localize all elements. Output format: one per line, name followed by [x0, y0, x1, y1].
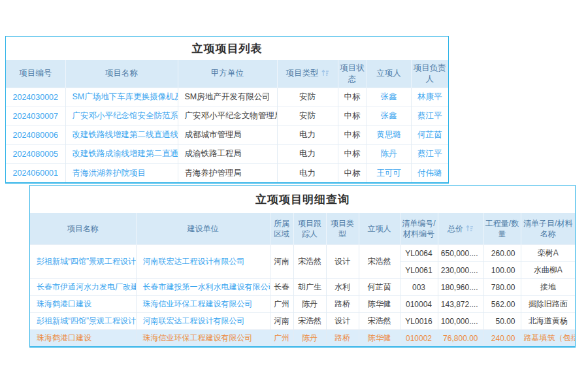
cell-project-type: 路桥: [326, 330, 359, 347]
cell-project-type: 电力: [277, 125, 338, 144]
col-header-list-code: 清单编号/材料编号: [400, 213, 438, 245]
cell-region: 河南: [270, 313, 293, 330]
cell-project-id[interactable]: 2024030007: [6, 106, 65, 125]
cell-item-name: 水曲柳A: [521, 262, 575, 279]
cell-creator: 陈华健: [359, 296, 400, 313]
cell-list-code: YL0061: [400, 262, 438, 279]
project-detail-title: 立项项目明细查询: [30, 186, 575, 213]
cell-list-code: YL0016: [400, 313, 438, 330]
cell-tracker: 陈丹: [293, 330, 326, 347]
cell-project-type: 路桥: [326, 296, 359, 313]
cell-tracker: 宋浩然: [293, 245, 326, 279]
col-header-total-price[interactable]: 总价: [438, 213, 483, 245]
cell-project-name[interactable]: 珠海鹤港口建设: [30, 296, 136, 313]
cell-creator[interactable]: 王可可: [367, 163, 411, 182]
table-row[interactable]: 彭祖新城“四馆”景观工程设计项目 河南联宏达工程设计有限公司 河南 宋浩然 设计…: [30, 245, 575, 262]
col-header-creator: 立项人: [359, 213, 400, 245]
col-header-project-type: 项目类型: [326, 213, 359, 245]
cell-project-name[interactable]: 彭祖新城“四馆”景观工程设计项目: [30, 313, 136, 330]
project-detail-panel: 立项项目明细查询 项目名称 建设单位 所属区域 项目跟踪人 项目类型 立项人 清…: [29, 185, 576, 348]
cell-list-code: 003: [400, 279, 438, 296]
cell-owner-unit: 青海养护管理局: [178, 163, 277, 182]
table-row[interactable]: 2024030002 SM广场地下车库更换摄像机及硬盘项目 SM房地产开发有限公…: [6, 88, 448, 106]
cell-construction-unit[interactable]: 珠海信业环保工程建设有限公司: [136, 296, 270, 313]
col-header-owner-unit: 甲方单位: [178, 60, 277, 88]
cell-project-name[interactable]: 广安邓小平纪念馆安全防范系统维护...: [65, 106, 178, 125]
cell-quantity: 562.00: [483, 296, 521, 313]
cell-project-id[interactable]: 2024060001: [6, 163, 65, 182]
cell-region: 河南: [270, 245, 293, 279]
cell-quantity: 780.00: [483, 279, 521, 296]
col-header-construction-unit: 建设单位: [136, 213, 270, 245]
cell-construction-unit[interactable]: 河南联宏达工程设计有限公司: [136, 245, 270, 279]
cell-construction-unit[interactable]: 河南联宏达工程设计有限公司: [136, 313, 270, 330]
cell-total-price: 100,000....: [438, 313, 483, 330]
cell-project-id[interactable]: 2024080005: [6, 144, 65, 163]
cell-manager[interactable]: 林康平: [411, 88, 448, 106]
project-detail-table: 项目名称 建设单位 所属区域 项目跟踪人 项目类型 立项人 清单编号/材料编号 …: [30, 213, 575, 346]
cell-list-code: YL0064: [400, 245, 438, 262]
cell-creator: 宋浩然: [359, 245, 400, 279]
cell-project-type: 设计: [326, 313, 359, 330]
project-list-panel: 立项项目列表 项目编号 项目名称 甲方单位 项目类型 项目状态 立项人 项目负责…: [5, 36, 449, 184]
cell-project-type: 设计: [326, 245, 359, 279]
cell-project-type: 电力: [277, 144, 338, 163]
cell-creator: 宋浩然: [359, 313, 400, 330]
cell-manager[interactable]: 何芷茵: [411, 125, 448, 144]
cell-tracker: 宋浩然: [293, 313, 326, 330]
cell-project-name[interactable]: 青海洪湖养护院项目: [65, 163, 178, 182]
cell-manager[interactable]: 蔡江平: [411, 144, 448, 163]
cell-tracker: 胡广生: [293, 279, 326, 296]
cell-project-type: 水利: [326, 279, 359, 296]
cell-manager[interactable]: 付伟璐: [411, 163, 448, 182]
col-header-project-type[interactable]: 项目类型: [277, 60, 338, 88]
cell-item-name: 掘除旧路面: [521, 296, 575, 313]
sort-icon[interactable]: [466, 225, 474, 232]
cell-project-name[interactable]: 彭祖新城“四馆”景观工程设计项目: [30, 245, 136, 279]
cell-tracker: 陈丹: [293, 296, 326, 313]
cell-region: 广州: [270, 330, 293, 347]
cell-project-type: 安防: [277, 88, 338, 106]
table-row[interactable]: 珠海鹤港口建设 珠海信业环保工程建设有限公司 广州 陈丹 路桥 陈华健 0100…: [30, 296, 575, 313]
cell-manager[interactable]: 蔡江平: [411, 106, 448, 125]
table-row-selected[interactable]: 珠海鹤港口建设 珠海信业环保工程建设有限公司 广州 陈丹 路桥 陈华健 0100…: [30, 330, 575, 347]
cell-owner-unit: 成都城市管理局: [178, 125, 277, 144]
cell-construction-unit[interactable]: 珠海信业环保工程建设有限公司: [136, 330, 270, 347]
cell-project-id[interactable]: 2024080006: [6, 125, 65, 144]
cell-item-name: 路基填筑（包括...: [521, 330, 575, 347]
cell-total-price: 143,872....: [438, 296, 483, 313]
table-row[interactable]: 长春市伊通河水力发电厂改建工程 长春市建投第一水利水电建设有限公司 长春 胡广生…: [30, 279, 575, 296]
cell-project-name[interactable]: 改建铁路成渝线增建第二直通线（成...: [65, 144, 178, 163]
cell-project-name[interactable]: 珠海鹤港口建设: [30, 330, 136, 347]
cell-total-price: 650,000....: [438, 245, 483, 262]
cell-creator[interactable]: 张鑫: [367, 88, 411, 106]
col-header-quantity: 工程量/数量: [483, 213, 521, 245]
cell-creator[interactable]: 陈丹: [367, 144, 411, 163]
sort-icon[interactable]: [321, 69, 329, 76]
cell-project-status: 中标: [338, 106, 367, 125]
cell-project-name[interactable]: SM广场地下车库更换摄像机及硬盘项目: [65, 88, 178, 106]
col-header-tracker: 项目跟踪人: [293, 213, 326, 245]
table-row[interactable]: 彭祖新城“四馆”景观工程设计项目 河南联宏达工程设计有限公司 河南 宋浩然 设计…: [30, 313, 575, 330]
col-header-item-name: 清单子目/材料名称: [521, 213, 575, 245]
cell-project-name[interactable]: 长春市伊通河水力发电厂改建工程: [30, 279, 136, 296]
cell-project-id[interactable]: 2024030002: [6, 88, 65, 106]
cell-creator[interactable]: 张鑫: [367, 106, 411, 125]
cell-construction-unit[interactable]: 长春市建投第一水利水电建设有限公司: [136, 279, 270, 296]
cell-project-type: 安防: [277, 106, 338, 125]
cell-item-name: 北海道黄杨: [521, 313, 575, 330]
project-detail-header-row: 项目名称 建设单位 所属区域 项目跟踪人 项目类型 立项人 清单编号/材料编号 …: [30, 213, 575, 245]
table-row[interactable]: 2024080005 改建铁路成渝线增建第二直通线（成... 成渝铁路工程局 电…: [6, 144, 448, 163]
project-list-table: 项目编号 项目名称 甲方单位 项目类型 项目状态 立项人 项目负责人 20240…: [6, 60, 448, 182]
cell-project-status: 中标: [338, 144, 367, 163]
cell-project-name[interactable]: 改建铁路线增建第二线直通线（成都-...: [65, 125, 178, 144]
table-row[interactable]: 2024080006 改建铁路线增建第二线直通线（成都-... 成都城市管理局 …: [6, 125, 448, 144]
cell-project-type: 电力: [277, 163, 338, 182]
cell-quantity: 240.00: [483, 330, 521, 347]
cell-creator[interactable]: 黄思璐: [367, 125, 411, 144]
table-row[interactable]: 2024030007 广安邓小平纪念馆安全防范系统维护... 广安邓小平纪念文物…: [6, 106, 448, 125]
col-header-project-name: 项目名称: [30, 213, 136, 245]
col-header-project-id: 项目编号: [6, 60, 65, 88]
table-row[interactable]: 2024060001 青海洪湖养护院项目 青海养护管理局 电力 中标 王可可 付…: [6, 163, 448, 182]
cell-quantity: 50.00: [483, 313, 521, 330]
